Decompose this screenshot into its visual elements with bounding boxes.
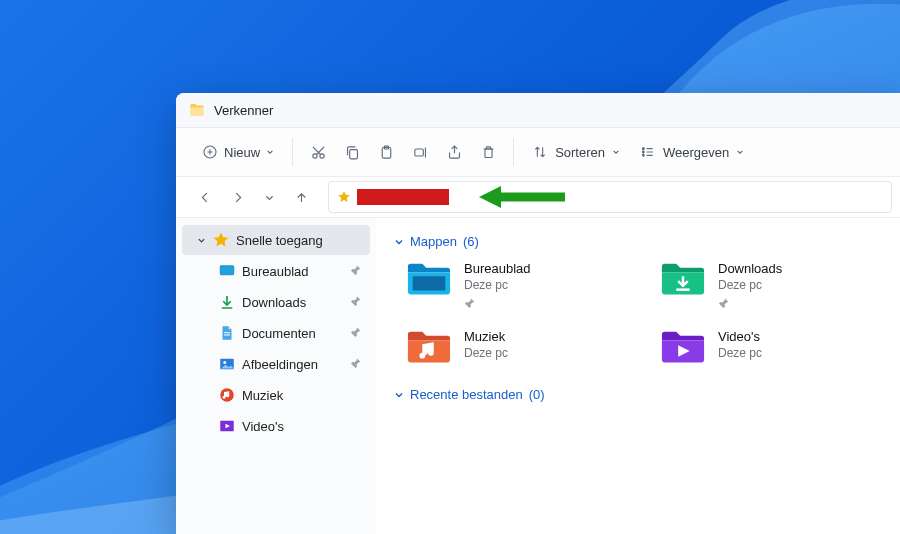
content-pane: Mappen (6) Bureaublad Deze pc	[376, 218, 900, 534]
sidebar-item-music[interactable]: Muziek	[182, 380, 370, 410]
group-header-recent[interactable]: Recente bestanden (0)	[394, 387, 888, 402]
folder-item-videos[interactable]: Video's Deze pc	[660, 327, 888, 365]
svg-rect-7	[485, 148, 492, 157]
folder-name: Muziek	[464, 329, 508, 344]
forward-button[interactable]	[222, 182, 252, 212]
pin-icon	[350, 264, 364, 279]
explorer-icon	[188, 101, 206, 119]
pin-icon	[464, 297, 476, 309]
group-count: (6)	[463, 234, 479, 249]
svg-rect-3	[349, 149, 357, 158]
star-icon	[337, 190, 351, 204]
svg-point-10	[642, 154, 644, 156]
document-icon	[218, 324, 236, 342]
svg-rect-19	[413, 276, 446, 290]
share-button[interactable]	[437, 135, 471, 169]
sidebar-item-label: Documenten	[242, 326, 344, 341]
sidebar-item-downloads[interactable]: Downloads	[182, 287, 370, 317]
chevron-down-icon	[394, 237, 404, 247]
sidebar-item-pictures[interactable]: Afbeeldingen	[182, 349, 370, 379]
svg-point-9	[642, 151, 644, 153]
delete-button[interactable]	[471, 135, 505, 169]
folder-icon	[406, 259, 452, 297]
folder-icon	[660, 259, 706, 297]
command-bar: Nieuw Sorteren Weergeven	[176, 127, 900, 177]
sidebar-item-label: Muziek	[242, 388, 370, 403]
folder-name: Bureaublad	[464, 261, 531, 276]
sort-button-label: Sorteren	[555, 145, 605, 160]
sidebar-item-documents[interactable]: Documenten	[182, 318, 370, 348]
group-count: (0)	[529, 387, 545, 402]
folder-item-downloads[interactable]: Downloads Deze pc	[660, 259, 888, 309]
pin-icon	[718, 297, 730, 309]
group-title: Recente bestanden	[410, 387, 523, 402]
toolbar-separator	[513, 138, 514, 166]
folder-item-bureaublad[interactable]: Bureaublad Deze pc	[406, 259, 634, 309]
svg-rect-11	[220, 266, 234, 275]
chevron-down-icon	[196, 236, 206, 245]
new-button[interactable]: Nieuw	[192, 135, 284, 169]
svg-point-1	[312, 153, 316, 157]
folder-name: Video's	[718, 329, 762, 344]
toolbar-separator	[292, 138, 293, 166]
sort-button[interactable]: Sorteren	[522, 135, 630, 169]
navigation-row	[176, 177, 900, 218]
cut-button[interactable]	[301, 135, 335, 169]
picture-icon	[218, 355, 236, 373]
folder-name: Downloads	[718, 261, 782, 276]
group-title: Mappen	[410, 234, 457, 249]
back-button[interactable]	[190, 182, 220, 212]
chevron-down-icon	[394, 390, 404, 400]
up-button[interactable]	[286, 182, 316, 212]
paste-button[interactable]	[369, 135, 403, 169]
new-button-label: Nieuw	[224, 145, 260, 160]
sidebar-item-label: Video's	[242, 419, 370, 434]
sidebar-quick-access[interactable]: Snelle toegang	[182, 225, 370, 255]
sidebar-item-label: Snelle toegang	[236, 233, 370, 248]
folder-item-muziek[interactable]: Muziek Deze pc	[406, 327, 634, 365]
folder-location: Deze pc	[718, 278, 782, 292]
music-icon	[218, 386, 236, 404]
file-explorer-window: Verkenner Nieuw Sorteren Weergeven	[176, 93, 900, 533]
titlebar[interactable]: Verkenner	[176, 93, 900, 127]
group-header-folders[interactable]: Mappen (6)	[394, 234, 888, 249]
svg-rect-13	[224, 332, 230, 333]
view-button[interactable]: Weergeven	[630, 135, 754, 169]
folder-location: Deze pc	[464, 278, 531, 292]
sidebar-item-videos[interactable]: Video's	[182, 411, 370, 441]
window-title: Verkenner	[214, 103, 273, 118]
pin-icon	[350, 295, 364, 310]
navigation-pane: Snelle toegang Bureaublad Downloads Docu…	[176, 218, 376, 534]
svg-rect-6	[414, 148, 423, 155]
sidebar-item-label: Afbeeldingen	[242, 357, 344, 372]
folder-icon	[406, 327, 452, 365]
view-button-label: Weergeven	[663, 145, 729, 160]
folder-location: Deze pc	[464, 346, 508, 360]
svg-point-2	[320, 153, 324, 157]
sidebar-item-label: Bureaublad	[242, 264, 344, 279]
pin-icon	[350, 326, 364, 341]
sidebar-item-label: Downloads	[242, 295, 344, 310]
address-bar[interactable]	[328, 181, 892, 213]
address-redaction	[357, 189, 449, 205]
recent-locations-button[interactable]	[254, 182, 284, 212]
copy-button[interactable]	[335, 135, 369, 169]
folder-location: Deze pc	[718, 346, 762, 360]
rename-button[interactable]	[403, 135, 437, 169]
sidebar-item-desktop[interactable]: Bureaublad	[182, 256, 370, 286]
svg-rect-14	[224, 335, 230, 336]
video-icon	[218, 417, 236, 435]
annotation-arrow	[477, 184, 567, 210]
download-icon	[218, 293, 236, 311]
folder-icon	[660, 327, 706, 365]
desktop-icon	[218, 262, 236, 280]
pin-icon	[350, 357, 364, 372]
star-icon	[212, 231, 230, 249]
svg-point-8	[642, 148, 644, 150]
svg-point-16	[223, 361, 226, 364]
